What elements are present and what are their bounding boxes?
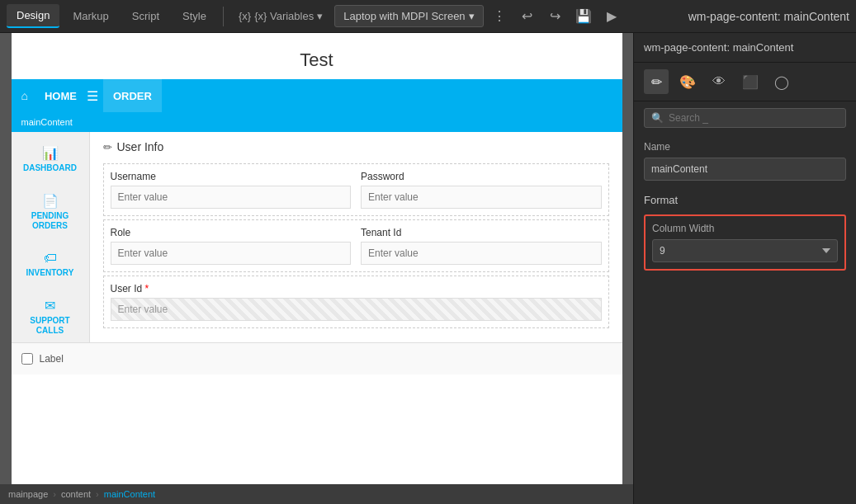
page-title: Test <box>12 33 622 79</box>
separator-1 <box>223 7 224 26</box>
search-input[interactable] <box>669 112 839 124</box>
username-field: Username <box>111 171 352 209</box>
column-width-select[interactable]: 123456789101112 <box>652 239 838 262</box>
canvas-left-sidebar: 📊 DASHBOARD 📄 PENDING ORDERS 🏷 INVENTORY <box>12 132 90 342</box>
dashboard-icon: 📊 <box>42 145 59 161</box>
breadcrumb-bar: mainpage › content › mainContent <box>0 484 633 504</box>
device-selector[interactable]: Laptop with MDPI Screen ▾ <box>334 5 483 27</box>
panel-tab-styles[interactable]: 🎨 <box>675 69 700 94</box>
inventory-icon: 🏷 <box>44 251 57 266</box>
right-panel-title: wm-page-content: mainContent <box>634 33 856 63</box>
footer-label: Label <box>40 353 64 365</box>
password-input[interactable] <box>361 186 602 209</box>
sidebar-inventory[interactable]: 🏷 INVENTORY <box>12 244 89 285</box>
tenant-id-input[interactable] <box>361 242 602 265</box>
nav-home[interactable]: HOME <box>35 79 87 112</box>
right-panel: wm-page-content: mainContent ✏ 🎨 👁 ⬛ ◯ 🔍… <box>633 33 856 504</box>
sidebar-support-calls[interactable]: ✉ SUPPORT CALLS <box>12 291 89 342</box>
search-box[interactable]: 🔍 <box>644 108 846 128</box>
form-row-2: Role Tenant Id <box>103 219 609 272</box>
tab-script[interactable]: Script <box>122 5 169 27</box>
main-area: Test ⌂ HOME ☰ ORDER mainContent <box>0 33 856 504</box>
sidebar-dashboard-label: DASHBOARD <box>23 163 77 173</box>
password-field: Password <box>361 171 602 209</box>
selected-content-label: mainContent <box>21 117 73 127</box>
role-label: Role <box>111 227 352 238</box>
column-width-label: Column Width <box>652 223 838 234</box>
breadcrumb-sep-2: › <box>96 489 99 499</box>
password-label: Password <box>361 171 602 182</box>
breadcrumb-sep-1: › <box>53 489 56 499</box>
nav-order[interactable]: ORDER <box>103 79 162 112</box>
variables-chevron: ▾ <box>317 10 323 22</box>
sidebar-support-label: SUPPORT CALLS <box>17 316 84 336</box>
pending-orders-icon: 📄 <box>42 193 59 209</box>
tab-style[interactable]: Style <box>173 5 216 27</box>
right-panel-tabs: ✏ 🎨 👁 ⬛ ◯ <box>634 63 856 101</box>
hamburger-icon: ☰ <box>87 88 98 104</box>
user-id-hatched-input: Enter value <box>111 298 602 321</box>
undo-button[interactable]: ↩ <box>515 4 540 29</box>
section-title: User Info <box>117 140 164 153</box>
tenant-id-label: Tenant Id <box>361 227 602 238</box>
top-toolbar: Design Markup Script Style {x} {x} Varia… <box>0 0 856 33</box>
sidebar-pending-label: PENDING ORDERS <box>17 211 84 231</box>
tab-design[interactable]: Design <box>7 4 59 28</box>
panel-tab-layout[interactable]: ⬛ <box>738 69 763 94</box>
panel-tab-accessibility[interactable]: 👁 <box>707 69 731 94</box>
canvas-body: 📊 DASHBOARD 📄 PENDING ORDERS 🏷 INVENTORY <box>12 132 622 342</box>
user-id-label: User Id * <box>111 283 602 294</box>
save-button[interactable]: 💾 <box>571 4 596 29</box>
tenant-id-field: Tenant Id <box>361 227 602 265</box>
redo-button[interactable]: ↪ <box>543 4 568 29</box>
variables-label: {x} Variables <box>254 10 314 22</box>
canvas-main-content: ✏ User Info Username Password <box>90 132 622 342</box>
name-label: Name <box>644 141 846 153</box>
canvas-scroll[interactable]: Test ⌂ HOME ☰ ORDER mainContent <box>0 33 633 484</box>
name-section: Name <box>634 134 856 187</box>
section-header: ✏ User Info <box>103 140 609 153</box>
breadcrumb-mainpage[interactable]: mainpage <box>8 489 48 499</box>
form-row-user-id: User Id * Enter value <box>103 276 609 328</box>
support-calls-icon: ✉ <box>45 298 55 313</box>
form-row-1: Username Password <box>103 163 609 216</box>
panel-tab-properties[interactable]: ✏ <box>644 69 669 94</box>
panel-tab-events[interactable]: ◯ <box>769 69 794 94</box>
name-input[interactable] <box>644 158 846 181</box>
canvas-navbar: ⌂ HOME ☰ ORDER <box>12 79 622 112</box>
canvas-page: Test ⌂ HOME ☰ ORDER mainContent <box>12 33 622 484</box>
breadcrumb-content[interactable]: content <box>61 489 91 499</box>
username-input[interactable] <box>111 186 352 209</box>
variables-icon: {x} <box>239 10 251 22</box>
tab-markup[interactable]: Markup <box>63 5 118 27</box>
user-id-field: User Id * Enter value <box>111 283 602 321</box>
search-icon: 🔍 <box>651 112 664 124</box>
canvas-area: Test ⌂ HOME ☰ ORDER mainContent <box>0 33 633 504</box>
more-options-button[interactable]: ⋮ <box>487 4 512 29</box>
expand-button[interactable]: ▶ <box>599 4 624 29</box>
panel-title-label: wm-page-content: mainContent <box>688 10 849 23</box>
device-chevron: ▾ <box>469 10 475 22</box>
sidebar-inventory-label: INVENTORY <box>26 268 74 278</box>
required-star: * <box>142 283 149 294</box>
canvas-footer: Label <box>12 342 622 374</box>
selected-content-bar: mainContent <box>12 112 622 132</box>
pencil-icon: ✏ <box>103 141 112 153</box>
sidebar-pending-orders[interactable]: 📄 PENDING ORDERS <box>12 186 89 238</box>
username-label: Username <box>111 171 352 182</box>
format-section-header: Format <box>644 194 846 206</box>
role-field: Role <box>111 227 352 265</box>
footer-checkbox[interactable] <box>21 353 33 365</box>
breadcrumb-main-content[interactable]: mainContent <box>104 489 155 499</box>
role-input[interactable] <box>111 242 352 265</box>
home-icon: ⌂ <box>21 89 28 102</box>
variables-button[interactable]: {x} {x} Variables ▾ <box>230 6 331 26</box>
device-label: Laptop with MDPI Screen <box>343 10 465 22</box>
sidebar-dashboard[interactable]: 📊 DASHBOARD <box>12 139 89 180</box>
column-width-section: Column Width 123456789101112 <box>644 214 846 271</box>
